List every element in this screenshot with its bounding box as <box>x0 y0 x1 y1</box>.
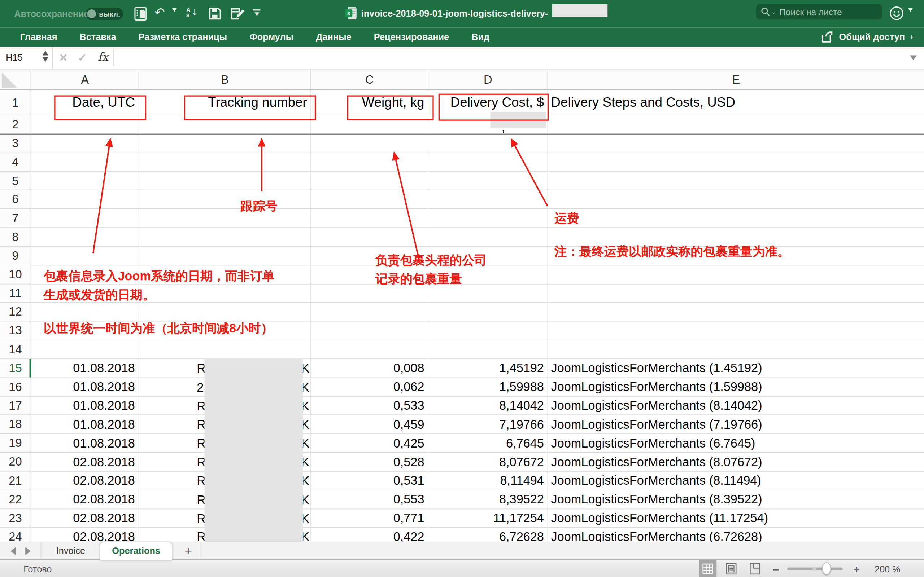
search-scope-chevron-icon[interactable]: ⌄ <box>771 9 775 15</box>
row-header-2[interactable]: 2 <box>0 115 31 134</box>
row-header-19[interactable]: 19 <box>0 434 31 453</box>
cell-E13[interactable] <box>548 322 924 340</box>
cell-A5[interactable] <box>31 172 139 190</box>
cell-C8[interactable] <box>311 228 428 247</box>
cell-C24[interactable]: 0,422 <box>311 528 428 542</box>
cell-A12[interactable] <box>31 303 139 322</box>
cell-D20[interactable]: 8,07672 <box>428 453 548 472</box>
confirm-icon[interactable]: ✓ <box>78 51 87 64</box>
cell-B11[interactable] <box>139 284 311 303</box>
cell-D24[interactable]: 6,72628 <box>428 528 548 542</box>
row-header-12[interactable]: 12 <box>0 303 31 322</box>
cell-A24[interactable]: 02.08.2018 <box>31 528 139 542</box>
cell-E12[interactable] <box>548 303 924 322</box>
cell-B7[interactable] <box>139 209 311 228</box>
row-header-10[interactable]: 10 <box>0 266 31 284</box>
cell-E1[interactable]: Delivery Steps and Costs, USD <box>548 90 924 115</box>
formula-expand-icon[interactable] <box>910 55 917 60</box>
next-sheet-icon[interactable] <box>25 547 30 555</box>
cell-E5[interactable] <box>548 172 924 190</box>
cell-D21[interactable]: 8,11494 <box>428 472 548 490</box>
namebox-spinner[interactable] <box>43 50 48 62</box>
cell-A14[interactable] <box>31 340 139 359</box>
cell-C6[interactable] <box>311 190 428 209</box>
cell-C12[interactable] <box>311 303 428 322</box>
undo-dropdown-icon[interactable] <box>172 12 177 23</box>
cell-E23[interactable]: JoomLogisticsForMerchants (11.17254) <box>548 509 924 528</box>
sheet-tab-operations[interactable]: Operations <box>100 542 172 560</box>
cell-E24[interactable]: JoomLogisticsForMerchants (6.72628) <box>548 528 924 542</box>
cell-D15[interactable]: 1,45192 <box>428 359 548 378</box>
sheet-tab-invoice[interactable]: Invoice <box>41 542 100 560</box>
row-header-23[interactable]: 23 <box>0 509 31 528</box>
cell-B12[interactable] <box>139 303 311 322</box>
save-as-icon[interactable] <box>230 7 246 21</box>
sheet-search-input[interactable]: ⌄ Поиск на листе <box>756 4 882 19</box>
cell-A7[interactable] <box>31 209 139 228</box>
cell-D13[interactable] <box>428 322 548 340</box>
ribbon-tab-вид[interactable]: Вид <box>472 32 489 42</box>
cell-D5[interactable] <box>428 172 548 190</box>
cell-C19[interactable]: 0,425 <box>311 434 428 453</box>
cell-C22[interactable]: 0,553 <box>311 490 428 509</box>
cell-D8[interactable] <box>428 228 548 247</box>
zoom-in-icon[interactable]: + <box>853 563 860 576</box>
cancel-icon[interactable]: ✕ <box>59 51 68 64</box>
cell-B4[interactable] <box>139 153 311 172</box>
row-header-13[interactable]: 13 <box>0 322 31 340</box>
ribbon-tab-данные[interactable]: Данные <box>316 32 351 42</box>
autosave-toggle[interactable]: выкл. <box>86 8 123 20</box>
cell-C7[interactable] <box>311 209 428 228</box>
zoom-knob[interactable] <box>822 562 831 574</box>
cell-C23[interactable]: 0,771 <box>311 509 428 528</box>
row-header-21[interactable]: 21 <box>0 472 31 490</box>
cell-D22[interactable]: 8,39522 <box>428 490 548 509</box>
cell-B8[interactable] <box>139 228 311 247</box>
view-grid-icon[interactable] <box>699 560 716 577</box>
ribbon-tab-рецензирование[interactable]: Рецензирование <box>374 32 449 42</box>
cell-A18[interactable]: 01.08.2018 <box>31 416 139 434</box>
row-header-22[interactable]: 22 <box>0 490 31 509</box>
cell-C18[interactable]: 0,459 <box>311 416 428 434</box>
row-header-3[interactable]: 3 <box>0 134 31 153</box>
column-header-A[interactable]: A <box>31 69 139 90</box>
cell-E17[interactable]: JoomLogisticsForMerchants (8.14042) <box>548 397 924 416</box>
cell-E10[interactable] <box>548 266 924 284</box>
cell-E2[interactable] <box>548 115 924 134</box>
cell-D17[interactable]: 8,14042 <box>428 397 548 416</box>
sort-icon[interactable]: Ая↓ <box>186 7 199 18</box>
cell-A19[interactable]: 01.08.2018 <box>31 434 139 453</box>
cell-D12[interactable] <box>428 303 548 322</box>
ribbon-tab-формулы[interactable]: Формулы <box>249 32 294 42</box>
row-header-6[interactable]: 6 <box>0 190 31 209</box>
zoom-out-icon[interactable]: − <box>772 563 779 576</box>
save-icon[interactable] <box>208 7 221 20</box>
row-header-17[interactable]: 17 <box>0 397 31 416</box>
cell-A22[interactable]: 02.08.2018 <box>31 490 139 509</box>
cell-E6[interactable] <box>548 190 924 209</box>
row-header-16[interactable]: 16 <box>0 378 31 397</box>
view-page-layout-icon[interactable] <box>723 560 740 577</box>
cell-E20[interactable]: JoomLogisticsForMerchants (8.07672) <box>548 453 924 472</box>
cell-E7[interactable] <box>548 209 924 228</box>
cell-E21[interactable]: JoomLogisticsForMerchants (8.11494) <box>548 472 924 490</box>
select-all-corner[interactable] <box>0 69 31 90</box>
ribbon-tab-разметка-страницы[interactable]: Разметка страницы <box>139 32 228 42</box>
cell-B9[interactable] <box>139 247 311 266</box>
row-header-7[interactable]: 7 <box>0 209 31 228</box>
cell-E3[interactable] <box>548 134 924 153</box>
cell-E11[interactable] <box>548 284 924 303</box>
row-header-5[interactable]: 5 <box>0 172 31 190</box>
column-header-D[interactable]: D <box>428 69 548 90</box>
column-header-E[interactable]: E <box>548 69 924 90</box>
cell-C21[interactable]: 0,531 <box>311 472 428 490</box>
column-header-B[interactable]: B <box>139 69 311 90</box>
row-header-20[interactable]: 20 <box>0 453 31 472</box>
feedback-smiley-icon[interactable] <box>889 6 904 21</box>
share-button[interactable]: Общий доступ +︎ <box>822 28 914 47</box>
cell-D18[interactable]: 7,19766 <box>428 416 548 434</box>
cell-A3[interactable] <box>31 134 139 153</box>
cell-D16[interactable]: 1,59988 <box>428 378 548 397</box>
undo-icon[interactable]: ↶ <box>155 6 165 19</box>
smiley-dropdown-icon[interactable] <box>908 12 913 23</box>
